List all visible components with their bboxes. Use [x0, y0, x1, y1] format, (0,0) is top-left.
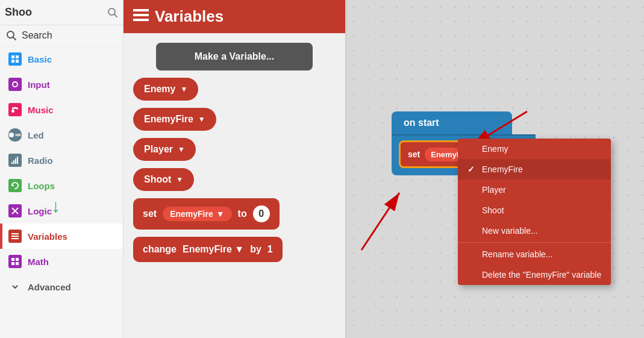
- dropdown-divider: [458, 242, 611, 243]
- svg-rect-6: [11, 60, 14, 63]
- sidebar-item-variables[interactable]: Variables: [0, 224, 123, 249]
- svg-rect-23: [16, 258, 19, 261]
- dropdown-item-new-variable[interactable]: New variable...: [458, 221, 611, 241]
- set-var-label: EnemyFire: [170, 209, 213, 219]
- panel-content: Make a Variable... Enemy ▼ EnemyFire ▼ P…: [123, 33, 345, 338]
- sidebar-item-logic-label: Logic: [28, 206, 52, 216]
- svg-rect-21: [11, 238, 19, 239]
- sidebar-title: Shoo: [5, 6, 32, 19]
- set-value[interactable]: 0: [253, 205, 270, 222]
- search-icon[interactable]: [107, 7, 118, 18]
- svg-rect-24: [11, 262, 14, 265]
- shoot-chevron-icon: ▼: [176, 175, 183, 184]
- sidebar-item-basic[interactable]: Basic: [0, 46, 123, 72]
- panel-header-icon: [133, 9, 149, 25]
- sidebar-item-radio-label: Radio: [28, 155, 53, 166]
- search-row[interactable]: Search: [0, 25, 123, 46]
- svg-rect-4: [11, 55, 14, 58]
- sidebar-item-led[interactable]: Led: [0, 122, 123, 148]
- variable-dropdown: Enemy ✓ EnemyFire Player Shoot New varia…: [458, 139, 611, 285]
- svg-line-1: [114, 14, 117, 17]
- dropdown-item-enemy[interactable]: Enemy: [458, 139, 611, 159]
- change-var-pill[interactable]: EnemyFire ▼: [183, 244, 244, 255]
- variable-pill-player[interactable]: Player ▼: [133, 138, 196, 161]
- svg-rect-22: [11, 258, 14, 261]
- advanced-icon: [8, 280, 22, 293]
- dropdown-item-enemyfire[interactable]: ✓ EnemyFire: [458, 159, 611, 180]
- set-val-text: 0: [258, 208, 264, 219]
- dropdown-item-delete[interactable]: Delete the "EnemyFire" variable: [458, 264, 611, 285]
- panel-title: Variables: [155, 7, 224, 26]
- svg-point-9: [13, 83, 17, 86]
- sidebar-item-loops-label: Loops: [28, 181, 55, 191]
- sidebar-item-advanced[interactable]: Advanced: [0, 274, 123, 299]
- enemyfire-chevron-icon: ▼: [198, 115, 205, 124]
- canvas-set-label: set: [408, 149, 420, 159]
- svg-rect-11: [9, 133, 14, 137]
- svg-rect-27: [133, 14, 149, 16]
- variable-enemyfire-label: EnemyFire: [144, 114, 193, 125]
- sidebar-item-logic[interactable]: Logic: [0, 198, 123, 224]
- set-block[interactable]: set EnemyFire ▼ to 0: [133, 198, 280, 230]
- player-chevron-icon: ▼: [178, 145, 185, 154]
- sidebar-item-music-label: Music: [28, 105, 54, 115]
- svg-rect-14: [13, 160, 14, 164]
- dropdown-item-rename[interactable]: Rename variable...: [458, 244, 611, 264]
- svg-rect-7: [16, 60, 19, 63]
- sidebar-item-radio[interactable]: Radio: [0, 148, 123, 173]
- svg-rect-5: [16, 55, 19, 58]
- variable-enemy-label: Enemy: [144, 84, 175, 95]
- dropdown-new-variable-label: New variable...: [482, 226, 538, 236]
- led-icon: [8, 128, 22, 142]
- variable-shoot-label: Shoot: [144, 174, 171, 185]
- dropdown-item-player[interactable]: Player: [458, 180, 611, 200]
- sidebar: Shoo Search Basic Input: [0, 0, 123, 338]
- on-start-header: on start: [392, 111, 512, 134]
- svg-rect-19: [11, 233, 19, 234]
- search-icon-row: [6, 30, 17, 41]
- sidebar-item-input-label: Input: [28, 80, 50, 90]
- dropdown-enemyfire-label: EnemyFire: [482, 164, 523, 174]
- svg-rect-13: [11, 162, 13, 164]
- variable-pill-shoot[interactable]: Shoot ▼: [133, 168, 194, 191]
- dropdown-rename-label: Rename variable...: [482, 249, 553, 259]
- sidebar-header: Shoo: [0, 0, 123, 25]
- search-label: Search: [22, 30, 52, 41]
- panel-header: Variables: [123, 0, 345, 33]
- music-icon: [8, 103, 22, 116]
- sidebar-item-music[interactable]: Music: [0, 97, 123, 122]
- variable-player-label: Player: [144, 144, 173, 155]
- variable-pill-enemyfire[interactable]: EnemyFire ▼: [133, 108, 216, 131]
- change-val-text: 1: [267, 244, 273, 254]
- math-icon: [8, 255, 22, 268]
- make-variable-button[interactable]: Make a Variable...: [156, 43, 313, 70]
- set-var-pill[interactable]: EnemyFire ▼: [163, 207, 231, 221]
- logic-icon: [8, 204, 22, 218]
- svg-point-10: [11, 110, 14, 113]
- change-var-label: EnemyFire: [183, 244, 232, 254]
- loops-icon: [8, 179, 22, 192]
- change-by-label: by: [250, 244, 261, 255]
- enemyfire-check-icon: ✓: [467, 164, 477, 174]
- svg-rect-28: [133, 19, 149, 21]
- svg-rect-15: [15, 158, 16, 164]
- change-value[interactable]: 1: [267, 244, 273, 255]
- svg-rect-20: [11, 236, 19, 237]
- variables-icon: [8, 230, 22, 243]
- change-block[interactable]: change EnemyFire ▼ by 1: [133, 237, 283, 262]
- canvas-area: on start set EnemyFire ▼ to 0 Enemy ✓ E: [346, 0, 644, 338]
- basic-icon: [8, 52, 22, 66]
- svg-line-3: [13, 37, 16, 40]
- variables-panel: Variables Make a Variable... Enemy ▼ Ene…: [123, 0, 346, 338]
- sidebar-item-math[interactable]: Math: [0, 249, 123, 274]
- variable-pill-enemy[interactable]: Enemy ▼: [133, 78, 198, 101]
- sidebar-item-variables-label: Variables: [28, 231, 67, 242]
- dropdown-item-shoot[interactable]: Shoot: [458, 200, 611, 221]
- sidebar-item-led-label: Led: [28, 130, 44, 140]
- sidebar-item-math-label: Math: [28, 257, 49, 267]
- sidebar-item-loops[interactable]: Loops: [0, 173, 123, 198]
- sidebar-item-input[interactable]: Input: [0, 72, 123, 97]
- dropdown-delete-label: Delete the "EnemyFire" variable: [482, 270, 601, 280]
- svg-rect-26: [133, 9, 149, 11]
- enemy-chevron-icon: ▼: [180, 85, 187, 93]
